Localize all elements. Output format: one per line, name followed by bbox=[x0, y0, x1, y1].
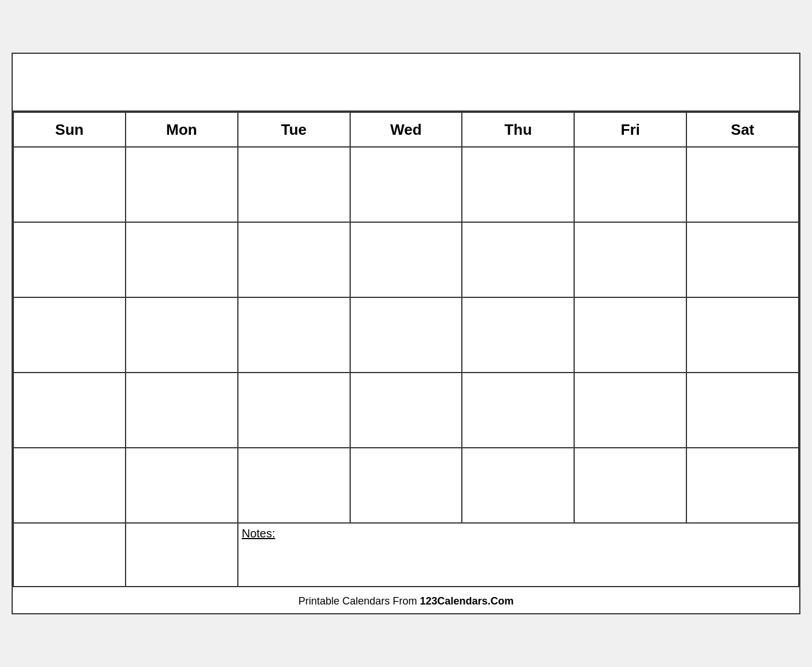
cell-w4-thu[interactable] bbox=[462, 373, 574, 448]
cell-w1-sat[interactable] bbox=[686, 147, 799, 222]
cell-w2-sat[interactable] bbox=[686, 222, 799, 297]
cell-notes-mon[interactable] bbox=[126, 523, 238, 587]
cell-w2-wed[interactable] bbox=[350, 222, 462, 297]
notes-section[interactable]: Notes: bbox=[238, 523, 799, 587]
week-row-4 bbox=[13, 373, 799, 448]
header-fri: Fri bbox=[574, 112, 686, 147]
cell-w3-fri[interactable] bbox=[574, 297, 686, 373]
cell-w1-tue[interactable] bbox=[238, 147, 350, 222]
calendar-title-row bbox=[13, 54, 799, 112]
cell-w1-fri[interactable] bbox=[574, 147, 686, 222]
cell-w5-mon[interactable] bbox=[126, 448, 238, 523]
week-row-1 bbox=[13, 147, 799, 222]
day-header-row: Sun Mon Tue Wed Thu Fri Sat bbox=[13, 112, 799, 147]
header-thu: Thu bbox=[462, 112, 574, 147]
cell-notes-sun[interactable] bbox=[13, 523, 126, 587]
cell-w3-sat[interactable] bbox=[686, 297, 799, 373]
cell-w2-mon[interactable] bbox=[126, 222, 238, 297]
cell-w2-tue[interactable] bbox=[238, 222, 350, 297]
header-mon: Mon bbox=[126, 112, 238, 147]
cell-w3-sun[interactable] bbox=[13, 297, 126, 373]
footer-text-normal: Printable Calendars From bbox=[298, 595, 420, 607]
calendar-table: Sun Mon Tue Wed Thu Fri Sat bbox=[13, 112, 799, 587]
cell-w5-wed[interactable] bbox=[350, 448, 462, 523]
header-sat: Sat bbox=[686, 112, 799, 147]
header-wed: Wed bbox=[350, 112, 462, 147]
cell-w4-mon[interactable] bbox=[126, 373, 238, 448]
week-row-2 bbox=[13, 222, 799, 297]
cell-w5-tue[interactable] bbox=[238, 448, 350, 523]
cell-w4-tue[interactable] bbox=[238, 373, 350, 448]
footer-bar: Printable Calendars From 123Calendars.Co… bbox=[13, 587, 799, 613]
cell-w2-thu[interactable] bbox=[462, 222, 574, 297]
cell-w1-wed[interactable] bbox=[350, 147, 462, 222]
footer-text-bold: 123Calendars.Com bbox=[420, 595, 514, 607]
cell-w3-thu[interactable] bbox=[462, 297, 574, 373]
cell-w3-wed[interactable] bbox=[350, 297, 462, 373]
cell-w5-sun[interactable] bbox=[13, 448, 126, 523]
header-tue: Tue bbox=[238, 112, 350, 147]
cell-w4-wed[interactable] bbox=[350, 373, 462, 448]
week-row-5 bbox=[13, 448, 799, 523]
header-sun: Sun bbox=[13, 112, 126, 147]
calendar-page: Sun Mon Tue Wed Thu Fri Sat bbox=[12, 53, 800, 614]
cell-w2-fri[interactable] bbox=[574, 222, 686, 297]
cell-w4-sun[interactable] bbox=[13, 373, 126, 448]
cell-w1-sun[interactable] bbox=[13, 147, 126, 222]
cell-w1-mon[interactable] bbox=[126, 147, 238, 222]
cell-w3-tue[interactable] bbox=[238, 297, 350, 373]
cell-w4-sat[interactable] bbox=[686, 373, 799, 448]
cell-w5-thu[interactable] bbox=[462, 448, 574, 523]
cell-w5-sat[interactable] bbox=[686, 448, 799, 523]
week-row-3 bbox=[13, 297, 799, 373]
cell-w3-mon[interactable] bbox=[126, 297, 238, 373]
notes-label: Notes: bbox=[242, 527, 275, 540]
cell-w2-sun[interactable] bbox=[13, 222, 126, 297]
notes-row: Notes: bbox=[13, 523, 799, 587]
cell-w4-fri[interactable] bbox=[574, 373, 686, 448]
cell-w5-fri[interactable] bbox=[574, 448, 686, 523]
cell-w1-thu[interactable] bbox=[462, 147, 574, 222]
